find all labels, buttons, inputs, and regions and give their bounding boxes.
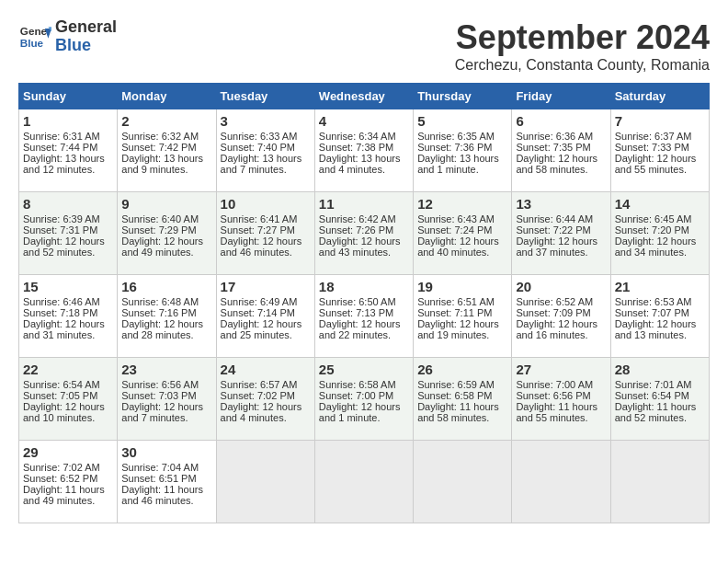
- sunrise-text: Sunrise: 6:36 AM: [516, 131, 593, 142]
- calendar-cell: 24Sunrise: 6:57 AMSunset: 7:02 PMDayligh…: [216, 358, 314, 441]
- sunrise-text: Sunrise: 6:44 AM: [516, 213, 593, 224]
- calendar-cell: 2Sunrise: 6:32 AMSunset: 7:42 PMDaylight…: [118, 109, 216, 192]
- calendar-cell: 17Sunrise: 6:49 AMSunset: 7:14 PMDayligh…: [216, 275, 314, 358]
- calendar-cell: 4Sunrise: 6:34 AMSunset: 7:38 PMDaylight…: [314, 109, 413, 192]
- day-number: 1: [23, 113, 113, 129]
- weekday-header-wednesday: Wednesday: [314, 84, 413, 109]
- day-number: 14: [615, 196, 705, 212]
- logo-text: General Blue: [55, 18, 117, 55]
- title-section: September 2024 Cerchezu, Constanta Count…: [455, 18, 710, 74]
- daylight-text: Daylight: 12 hours and 1 minute.: [319, 401, 401, 423]
- calendar-table: SundayMondayTuesdayWednesdayThursdayFrid…: [18, 83, 710, 523]
- sunset-text: Sunset: 7:27 PM: [221, 224, 295, 236]
- calendar-cell: 10Sunrise: 6:41 AMSunset: 7:27 PMDayligh…: [216, 192, 314, 275]
- day-number: 16: [121, 279, 211, 294]
- calendar-cell: 15Sunrise: 6:46 AMSunset: 7:18 PMDayligh…: [19, 275, 118, 358]
- calendar-cell: [216, 441, 314, 523]
- weekday-header-saturday: Saturday: [610, 84, 709, 109]
- sunrise-text: Sunrise: 7:02 AM: [23, 462, 100, 473]
- calendar-cell: 26Sunrise: 6:59 AMSunset: 6:58 PMDayligh…: [414, 358, 512, 441]
- sunset-text: Sunset: 7:40 PM: [221, 142, 295, 153]
- calendar-cell: 27Sunrise: 7:00 AMSunset: 6:56 PMDayligh…: [512, 358, 610, 441]
- day-number: 6: [516, 113, 606, 129]
- location-title: Cerchezu, Constanta County, Romania: [455, 57, 710, 74]
- sunset-text: Sunset: 7:44 PM: [23, 142, 97, 153]
- sunset-text: Sunset: 7:24 PM: [417, 224, 492, 236]
- daylight-text: Daylight: 12 hours and 22 minutes.: [319, 318, 401, 340]
- sunset-text: Sunset: 7:07 PM: [615, 307, 689, 318]
- sunrise-text: Sunrise: 6:41 AM: [221, 213, 298, 224]
- sunset-text: Sunset: 7:14 PM: [221, 307, 295, 318]
- day-number: 20: [516, 279, 606, 294]
- sunset-text: Sunset: 7:33 PM: [615, 142, 689, 153]
- calendar-cell: 1Sunrise: 6:31 AMSunset: 7:44 PMDaylight…: [19, 109, 118, 192]
- daylight-text: Daylight: 12 hours and 55 minutes.: [615, 153, 697, 175]
- calendar-cell: 3Sunrise: 6:33 AMSunset: 7:40 PMDaylight…: [216, 109, 314, 192]
- calendar-cell: 30Sunrise: 7:04 AMSunset: 6:51 PMDayligh…: [118, 441, 216, 523]
- daylight-text: Daylight: 12 hours and 31 minutes.: [23, 318, 105, 340]
- day-number: 22: [23, 362, 113, 377]
- sunrise-text: Sunrise: 7:01 AM: [615, 379, 692, 390]
- calendar-cell: 9Sunrise: 6:40 AMSunset: 7:29 PMDaylight…: [118, 192, 216, 275]
- day-number: 11: [319, 196, 409, 212]
- daylight-text: Daylight: 13 hours and 7 minutes.: [221, 153, 302, 175]
- sunrise-text: Sunrise: 6:42 AM: [319, 213, 396, 224]
- weekday-header-tuesday: Tuesday: [216, 84, 314, 109]
- sunset-text: Sunset: 7:03 PM: [121, 390, 196, 401]
- daylight-text: Daylight: 11 hours and 46 minutes.: [121, 484, 203, 506]
- day-number: 5: [417, 113, 507, 129]
- sunrise-text: Sunrise: 6:40 AM: [121, 213, 199, 224]
- sunset-text: Sunset: 6:51 PM: [121, 473, 196, 484]
- sunset-text: Sunset: 7:38 PM: [319, 142, 393, 153]
- calendar-week-row: 15Sunrise: 6:46 AMSunset: 7:18 PMDayligh…: [19, 275, 710, 358]
- day-number: 9: [121, 196, 211, 212]
- sunset-text: Sunset: 7:11 PM: [417, 307, 492, 318]
- calendar-week-row: 1Sunrise: 6:31 AMSunset: 7:44 PMDaylight…: [19, 109, 710, 192]
- daylight-text: Daylight: 12 hours and 4 minutes.: [221, 401, 302, 423]
- day-number: 29: [23, 444, 113, 460]
- calendar-cell: 20Sunrise: 6:52 AMSunset: 7:09 PMDayligh…: [512, 275, 610, 358]
- calendar-cell: [610, 441, 709, 523]
- daylight-text: Daylight: 12 hours and 28 minutes.: [121, 318, 203, 340]
- sunset-text: Sunset: 7:16 PM: [121, 307, 196, 318]
- calendar-cell: 23Sunrise: 6:56 AMSunset: 7:03 PMDayligh…: [118, 358, 216, 441]
- calendar-cell: 8Sunrise: 6:39 AMSunset: 7:31 PMDaylight…: [19, 192, 118, 275]
- day-number: 25: [319, 362, 409, 377]
- sunrise-text: Sunrise: 6:49 AM: [221, 296, 298, 307]
- day-number: 18: [319, 279, 409, 294]
- logo-line2: Blue: [55, 37, 117, 55]
- daylight-text: Daylight: 12 hours and 25 minutes.: [221, 318, 302, 340]
- sunset-text: Sunset: 6:54 PM: [615, 390, 689, 401]
- sunset-text: Sunset: 7:42 PM: [121, 142, 196, 153]
- day-number: 26: [417, 362, 507, 377]
- calendar-cell: 22Sunrise: 6:54 AMSunset: 7:05 PMDayligh…: [19, 358, 118, 441]
- calendar-header: SundayMondayTuesdayWednesdayThursdayFrid…: [19, 84, 710, 109]
- sunset-text: Sunset: 6:58 PM: [417, 390, 492, 401]
- calendar-cell: 21Sunrise: 6:53 AMSunset: 7:07 PMDayligh…: [610, 275, 709, 358]
- svg-text:Blue: Blue: [20, 37, 44, 49]
- day-number: 28: [615, 362, 705, 377]
- calendar-cell: [414, 441, 512, 523]
- day-number: 15: [23, 279, 113, 294]
- daylight-text: Daylight: 12 hours and 37 minutes.: [516, 236, 597, 258]
- sunset-text: Sunset: 7:35 PM: [516, 142, 590, 153]
- daylight-text: Daylight: 11 hours and 58 minutes.: [417, 401, 499, 423]
- sunset-text: Sunset: 7:31 PM: [23, 224, 97, 236]
- sunset-text: Sunset: 7:05 PM: [23, 390, 97, 401]
- sunrise-text: Sunrise: 7:04 AM: [121, 462, 199, 473]
- day-number: 19: [417, 279, 507, 294]
- sunrise-text: Sunrise: 6:57 AM: [221, 379, 298, 390]
- calendar-week-row: 29Sunrise: 7:02 AMSunset: 6:52 PMDayligh…: [19, 441, 710, 523]
- header: General Blue General Blue September 2024…: [18, 18, 710, 74]
- weekday-header-monday: Monday: [118, 84, 216, 109]
- daylight-text: Daylight: 12 hours and 7 minutes.: [121, 401, 203, 423]
- daylight-text: Daylight: 12 hours and 13 minutes.: [615, 318, 697, 340]
- calendar-cell: 19Sunrise: 6:51 AMSunset: 7:11 PMDayligh…: [414, 275, 512, 358]
- sunset-text: Sunset: 7:20 PM: [615, 224, 689, 236]
- day-number: 21: [615, 279, 705, 294]
- sunrise-text: Sunrise: 6:43 AM: [417, 213, 495, 224]
- daylight-text: Daylight: 12 hours and 46 minutes.: [221, 236, 302, 258]
- sunrise-text: Sunrise: 6:34 AM: [319, 131, 396, 142]
- day-number: 3: [221, 113, 311, 129]
- sunset-text: Sunset: 7:29 PM: [121, 224, 196, 236]
